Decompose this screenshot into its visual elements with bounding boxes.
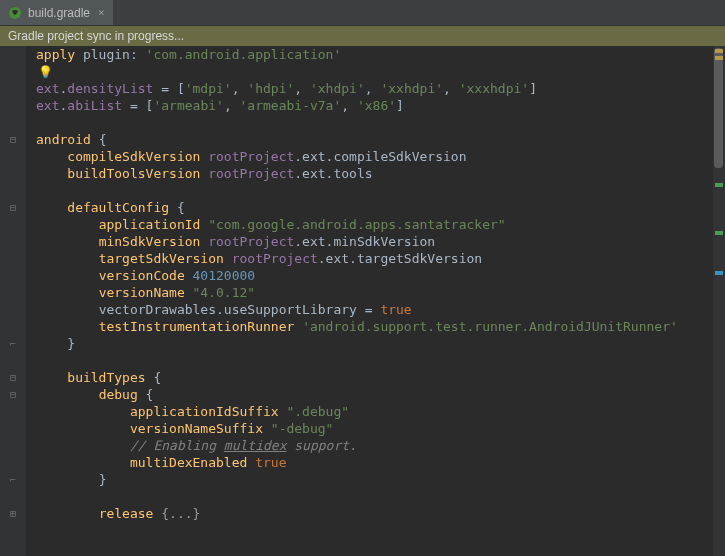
- sync-status-bar: Gradle project sync in progress...: [0, 26, 725, 46]
- fold-end-icon[interactable]: ⌐: [0, 335, 26, 352]
- code-line[interactable]: [36, 63, 725, 80]
- error-stripe-marker[interactable]: [715, 183, 723, 187]
- code-line[interactable]: multiDexEnabled true: [36, 454, 725, 471]
- fold-end-icon[interactable]: ⌐: [0, 471, 26, 488]
- code-line[interactable]: debug {: [36, 386, 725, 403]
- fold-collapse-icon[interactable]: ⊟: [0, 369, 26, 386]
- code-line[interactable]: ext.abiList = ['armeabi', 'armeabi-v7a',…: [36, 97, 725, 114]
- fold-collapse-icon[interactable]: ⊟: [0, 199, 26, 216]
- code-line[interactable]: [36, 114, 725, 131]
- code-line[interactable]: versionNameSuffix "-debug": [36, 420, 725, 437]
- gradle-file-icon: [8, 6, 22, 20]
- gutter: ⊟⊟⌐⊟⊟⌐⊞: [0, 46, 26, 556]
- code-area[interactable]: apply plugin: 'com.android.application'e…: [26, 46, 725, 556]
- code-line[interactable]: }: [36, 471, 725, 488]
- code-line[interactable]: minSdkVersion rootProject.ext.minSdkVers…: [36, 233, 725, 250]
- code-line[interactable]: ext.densityList = ['mdpi', 'hdpi', 'xhdp…: [36, 80, 725, 97]
- code-line[interactable]: }: [36, 335, 725, 352]
- intention-bulb-icon[interactable]: 💡: [38, 65, 53, 79]
- code-line[interactable]: targetSdkVersion rootProject.ext.targetS…: [36, 250, 725, 267]
- close-icon[interactable]: ×: [98, 6, 105, 19]
- code-line[interactable]: [36, 352, 725, 369]
- tab-filename: build.gradle: [28, 6, 90, 20]
- code-line[interactable]: [36, 182, 725, 199]
- code-line[interactable]: [36, 488, 725, 505]
- tab-bar: build.gradle ×: [0, 0, 725, 26]
- code-line[interactable]: apply plugin: 'com.android.application': [36, 46, 725, 63]
- code-line[interactable]: buildToolsVersion rootProject.ext.tools: [36, 165, 725, 182]
- scrollbar-thumb[interactable]: [714, 48, 723, 168]
- code-line[interactable]: buildTypes {: [36, 369, 725, 386]
- code-line[interactable]: testInstrumentationRunner 'android.suppo…: [36, 318, 725, 335]
- code-line[interactable]: [36, 522, 725, 539]
- fold-expand-icon[interactable]: ⊞: [0, 505, 26, 522]
- status-message: Gradle project sync in progress...: [8, 29, 184, 43]
- code-line[interactable]: vectorDrawables.useSupportLibrary = true: [36, 301, 725, 318]
- code-line[interactable]: android {: [36, 131, 725, 148]
- error-stripe-marker[interactable]: [715, 271, 723, 275]
- code-line[interactable]: release {...}: [36, 505, 725, 522]
- code-line[interactable]: compileSdkVersion rootProject.ext.compil…: [36, 148, 725, 165]
- fold-collapse-icon[interactable]: ⊟: [0, 386, 26, 403]
- code-line[interactable]: versionName "4.0.12": [36, 284, 725, 301]
- code-line[interactable]: defaultConfig {: [36, 199, 725, 216]
- code-line[interactable]: // Enabling multidex support.: [36, 437, 725, 454]
- code-line[interactable]: applicationId "com.google.android.apps.s…: [36, 216, 725, 233]
- code-line[interactable]: applicationIdSuffix ".debug": [36, 403, 725, 420]
- fold-collapse-icon[interactable]: ⊟: [0, 131, 26, 148]
- code-line[interactable]: versionCode 40120000: [36, 267, 725, 284]
- error-stripe-marker[interactable]: [715, 231, 723, 235]
- file-tab[interactable]: build.gradle ×: [0, 0, 113, 25]
- editor-area: ⊟⊟⌐⊟⊟⌐⊞ apply plugin: 'com.android.appli…: [0, 46, 725, 556]
